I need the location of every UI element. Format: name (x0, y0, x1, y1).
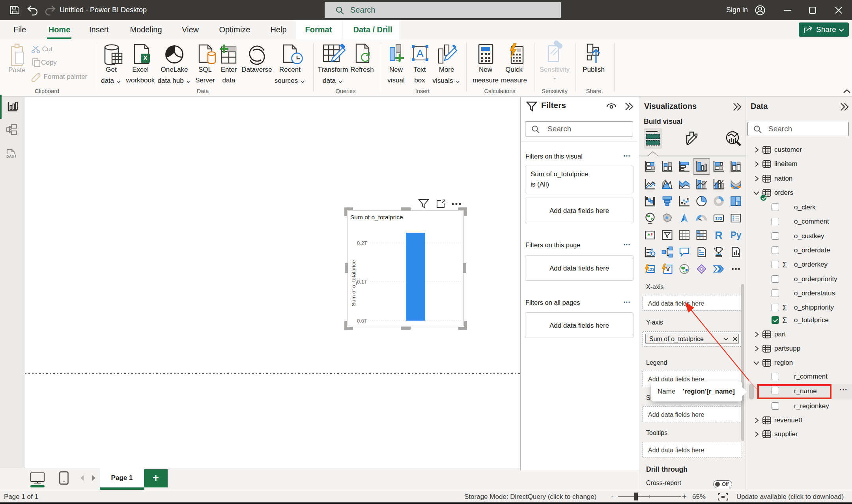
svg-text:Sum of o_totalprice: Sum of o_totalprice (351, 260, 357, 306)
svg-text:Sum of o_totalprice: Sum of o_totalprice (350, 214, 403, 220)
svg-text:0.2T: 0.2T (357, 240, 367, 246)
svg-text:A: A (417, 47, 424, 59)
svg-text:X: X (143, 54, 148, 62)
svg-text:DAX: DAX (6, 154, 15, 159)
svg-text:0.0T: 0.0T (357, 318, 367, 324)
svg-text:0.1T: 0.1T (357, 279, 367, 285)
svg-text:123: 123 (715, 216, 722, 221)
svg-text:R: R (715, 230, 723, 241)
svg-text:Py: Py (730, 230, 741, 240)
